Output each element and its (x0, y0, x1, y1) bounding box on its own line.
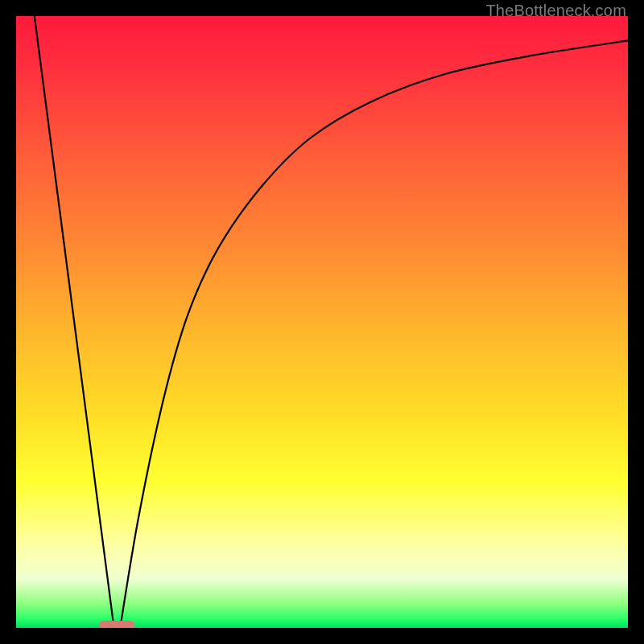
bottom-marker (99, 621, 134, 628)
right-curve (120, 40, 628, 628)
plot-area (16, 16, 628, 628)
curve-layer (16, 16, 628, 628)
chart-frame: TheBottleneck.com (0, 0, 644, 644)
left-line (35, 16, 114, 628)
